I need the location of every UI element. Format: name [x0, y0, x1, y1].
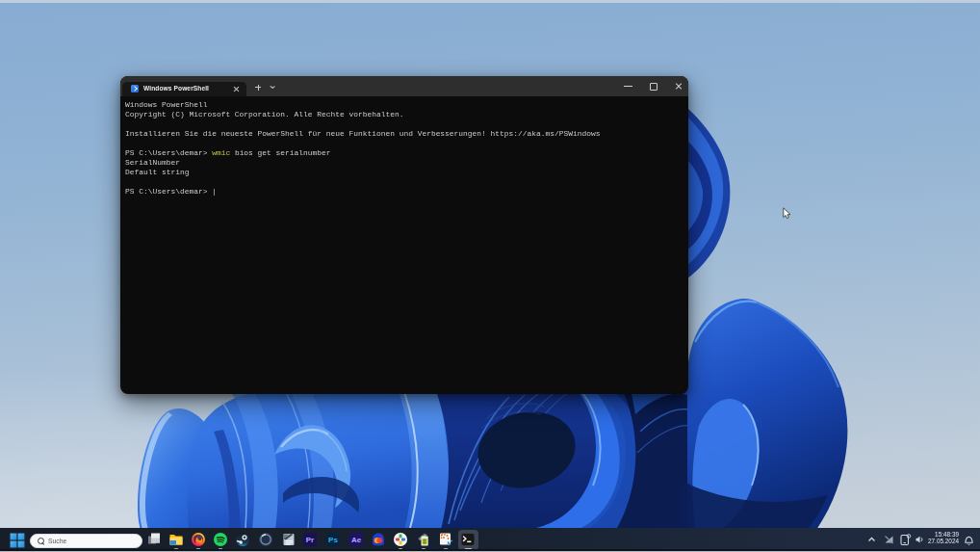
svg-text:Ps: Ps [328, 536, 338, 544]
svg-text:Ae: Ae [350, 536, 361, 544]
svg-text:Pr: Pr [306, 536, 314, 544]
